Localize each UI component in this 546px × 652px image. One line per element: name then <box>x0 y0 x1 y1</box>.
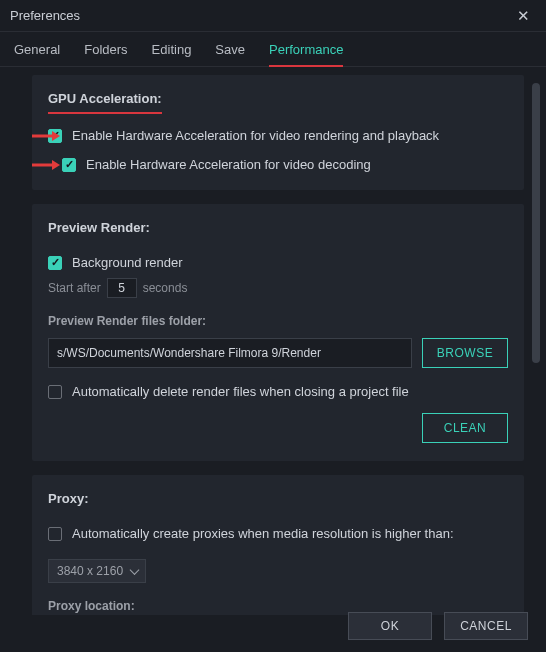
checkbox-bg-render[interactable] <box>48 256 62 270</box>
row-gpu-render: Enable Hardware Acceleration for video r… <box>48 128 508 143</box>
tab-editing[interactable]: Editing <box>152 42 192 66</box>
checkbox-gpu-decode[interactable] <box>62 158 76 172</box>
label-start-after-prefix: Start after <box>48 281 101 295</box>
label-gpu-decode: Enable Hardware Acceleration for video d… <box>86 157 371 172</box>
cancel-button[interactable]: CANCEL <box>444 612 528 640</box>
tabs: General Folders Editing Save Performance <box>0 32 546 67</box>
section-preview: Preview Render: Background render Start … <box>32 204 524 461</box>
gpu-title: GPU Acceleration: <box>48 91 162 114</box>
select-proxy-res[interactable]: 3840 x 2160 <box>48 559 146 583</box>
scrollbar[interactable] <box>532 83 540 363</box>
clean-button[interactable]: CLEAN <box>422 413 508 443</box>
titlebar: Preferences ✕ <box>0 0 546 32</box>
row-folder-label: Preview Render files folder: <box>48 314 508 328</box>
row-start-after: Start after seconds <box>48 278 508 298</box>
row-clean: CLEAN <box>48 413 508 443</box>
input-start-after[interactable] <box>107 278 137 298</box>
tab-general[interactable]: General <box>14 42 60 66</box>
row-auto-proxy: Automatically create proxies when media … <box>48 526 508 541</box>
section-proxy: Proxy: Automatically create proxies when… <box>32 475 524 615</box>
checkbox-gpu-render[interactable] <box>48 129 62 143</box>
preview-title: Preview Render: <box>48 220 150 241</box>
label-proxy-location: Proxy location: <box>48 599 135 613</box>
label-gpu-render: Enable Hardware Acceleration for video r… <box>72 128 439 143</box>
input-render-folder[interactable] <box>48 338 412 368</box>
label-render-folder: Preview Render files folder: <box>48 314 206 328</box>
label-auto-proxy: Automatically create proxies when media … <box>72 526 454 541</box>
checkbox-auto-delete[interactable] <box>48 385 62 399</box>
row-folder-path: BROWSE <box>48 338 508 368</box>
svg-marker-3 <box>52 160 60 170</box>
content: GPU Acceleration: Enable Hardware Accele… <box>32 75 524 615</box>
select-proxy-res-value: 3840 x 2160 <box>57 564 123 578</box>
close-icon[interactable]: ✕ <box>511 5 536 27</box>
row-gpu-decode: Enable Hardware Acceleration for video d… <box>48 157 508 172</box>
window-title: Preferences <box>10 8 80 23</box>
checkbox-auto-proxy[interactable] <box>48 527 62 541</box>
label-bg-render: Background render <box>72 255 183 270</box>
tab-folders[interactable]: Folders <box>84 42 127 66</box>
tab-performance[interactable]: Performance <box>269 42 343 67</box>
label-auto-delete: Automatically delete render files when c… <box>72 384 409 399</box>
row-proxy-res: 3840 x 2160 <box>48 559 508 583</box>
browse-render-button[interactable]: BROWSE <box>422 338 508 368</box>
row-proxy-loc-label: Proxy location: <box>48 599 508 613</box>
tab-save[interactable]: Save <box>215 42 245 66</box>
label-start-after-suffix: seconds <box>143 281 188 295</box>
section-gpu: GPU Acceleration: Enable Hardware Accele… <box>32 75 524 190</box>
row-bg-render: Background render <box>48 255 508 270</box>
proxy-title: Proxy: <box>48 491 88 512</box>
row-auto-delete: Automatically delete render files when c… <box>48 384 508 399</box>
ok-button[interactable]: OK <box>348 612 432 640</box>
arrow-icon <box>32 158 60 172</box>
footer: OK CANCEL <box>348 612 528 640</box>
